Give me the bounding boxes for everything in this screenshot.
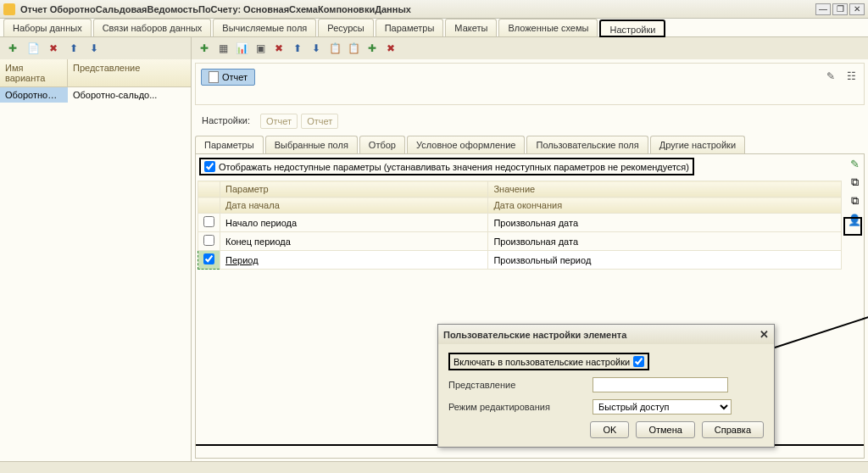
add2-icon[interactable]: ✚ — [364, 41, 380, 56]
tab-resources[interactable]: Ресурсы — [318, 19, 373, 36]
copy-icon[interactable]: 📄 — [25, 41, 41, 56]
table-row[interactable]: Конец периода Произвольная дата — [198, 232, 842, 251]
edit-mode-select[interactable]: Быстрый доступ — [593, 399, 732, 415]
variant-name-cell: ОборотноСальдов... — [0, 87, 68, 103]
report-structure-box: Отчет ✎ ☷ — [195, 63, 865, 105]
variant-row[interactable]: ОборотноСальдов... Оборотно-сальдо... — [0, 87, 191, 103]
add-icon[interactable]: ✚ — [5, 41, 20, 56]
variants-panel: Имя варианта Представление ОборотноСальд… — [0, 59, 192, 461]
add-table-icon[interactable]: ▦ — [215, 41, 231, 56]
col-check — [198, 181, 220, 198]
subhead-start: Дата начала — [220, 198, 488, 214]
show-hidden-label: Отображать недоступные параметры (устана… — [219, 162, 689, 172]
params-area: Отображать недоступные параметры (устана… — [195, 153, 865, 459]
edit-icon[interactable]: ✎ — [823, 69, 838, 84]
tab-layouts[interactable]: Макеты — [445, 19, 497, 36]
col-param: Параметр — [220, 181, 488, 198]
tab-nested[interactable]: Вложенные схемы — [498, 19, 598, 36]
subtab-params[interactable]: Параметры — [195, 136, 264, 153]
settings-label: Настройки: — [195, 112, 257, 129]
delete-icon[interactable]: ✖ — [46, 41, 61, 56]
tool-a-icon[interactable]: ⧉ — [847, 175, 862, 190]
restore-button[interactable]: ❐ — [832, 3, 848, 15]
row-checkbox[interactable] — [203, 253, 214, 264]
subtab-filter[interactable]: Отбор — [359, 136, 405, 153]
show-hidden-box[interactable]: Отображать недоступные параметры (устана… — [199, 158, 694, 175]
subtab-user-fields[interactable]: Пользовательские поля — [526, 136, 648, 153]
del2-icon[interactable]: ✖ — [383, 41, 398, 56]
row-checkbox[interactable] — [203, 216, 214, 227]
up-icon[interactable]: ⬆ — [66, 41, 81, 56]
down-icon[interactable]: ⬇ — [86, 41, 102, 56]
settings-panel: Отчет ✎ ☷ Настройки: Отчет Отчет Парамет… — [192, 59, 868, 461]
include-label: Включать в пользовательские настройки — [453, 357, 630, 367]
edit-param-icon[interactable]: ✎ — [847, 156, 862, 171]
tab-calc-fields[interactable]: Вычисляемые поля — [213, 19, 316, 36]
crumb-report-2[interactable]: Отчет — [301, 114, 338, 129]
ok-button[interactable]: OK — [590, 421, 629, 438]
param-name-cell: Период — [220, 251, 488, 270]
param-value-cell: Произвольная дата — [488, 232, 842, 251]
add-chart-icon[interactable]: 📊 — [234, 41, 249, 56]
titlebar: Отчет ОборотноСальдоваяВедомостьПоСчету:… — [0, 0, 868, 19]
dialog-close-icon[interactable]: ✕ — [760, 328, 769, 341]
report-chip[interactable]: Отчет — [201, 69, 255, 86]
user-settings-icon[interactable]: 👤 — [847, 212, 862, 227]
dialog-titlebar: Пользовательские настройки элемента ✕ — [438, 325, 774, 344]
add-group-icon[interactable]: ✚ — [197, 41, 212, 56]
include-checkbox[interactable] — [633, 356, 644, 367]
subhead-end: Дата окончания — [488, 198, 842, 214]
settings-toolbar: ✚ ▦ 📊 ▣ ✖ ⬆ ⬇ 📋 📋 ✚ ✖ — [192, 37, 868, 59]
app-icon — [3, 3, 15, 15]
add-nested-icon[interactable]: ▣ — [253, 41, 268, 56]
show-hidden-checkbox[interactable] — [204, 161, 215, 172]
repr-input[interactable] — [593, 377, 728, 392]
paste-tool-icon[interactable]: 📋 — [346, 41, 361, 56]
include-row[interactable]: Включать в пользовательские настройки — [448, 353, 649, 370]
side-tools: ✎ ⧉ ⧉ 👤 — [847, 156, 862, 227]
move-up-icon[interactable]: ⬆ — [290, 41, 305, 56]
param-name-cell: Конец периода — [220, 232, 488, 251]
crumb-report-1[interactable]: Отчет — [260, 114, 298, 129]
window-title: Отчет ОборотноСальдоваяВедомостьПоСчету:… — [20, 4, 814, 14]
tool-b-icon[interactable]: ⧉ — [847, 193, 862, 209]
table-row[interactable]: Начало периода Произвольная дата — [198, 214, 842, 232]
variant-repr-cell: Оборотно-сальдо... — [68, 87, 191, 103]
tab-data-links[interactable]: Связи наборов данных — [93, 19, 212, 36]
report-icon — [209, 71, 219, 83]
copy-tool-icon[interactable]: 📋 — [327, 41, 342, 56]
param-value-cell: Произвольная дата — [488, 214, 842, 232]
col-variant-repr: Представление — [68, 59, 145, 86]
report-chip-label: Отчет — [222, 72, 248, 82]
move-down-icon[interactable]: ⬇ — [309, 41, 324, 56]
row-checkbox[interactable] — [203, 235, 214, 246]
help-button[interactable]: Справка — [702, 421, 764, 438]
close-button[interactable]: ✕ — [849, 3, 865, 15]
sub-tab-bar: Параметры Выбранные поля Отбор Условное … — [195, 136, 865, 153]
tab-data-sets[interactable]: Наборы данных — [3, 19, 92, 36]
param-table: Параметр Значение Дата начала Дата оконч… — [198, 181, 842, 270]
variants-header: Имя варианта Представление — [0, 59, 191, 87]
main-tab-bar: Наборы данных Связи наборов данных Вычис… — [0, 19, 868, 37]
tab-parameters[interactable]: Параметры — [376, 19, 444, 36]
dialog-title: Пользовательские настройки элемента — [443, 330, 626, 340]
param-value-cell: Произвольный период — [488, 251, 842, 270]
edit-mode-label: Режим редактирования — [448, 402, 593, 412]
minimize-button[interactable]: — — [815, 3, 831, 15]
repr-label: Представление — [448, 380, 593, 390]
table-row[interactable]: Период Произвольный период — [198, 251, 842, 270]
remove-icon[interactable]: ✖ — [271, 41, 287, 56]
subtab-appearance[interactable]: Условное оформление — [407, 136, 525, 153]
col-value: Значение — [488, 181, 842, 198]
tab-settings[interactable]: Настройки — [599, 19, 665, 37]
toolbar-row: ✚ 📄 ✖ ⬆ ⬇ ✚ ▦ 📊 ▣ ✖ ⬆ ⬇ 📋 📋 ✚ ✖ — [0, 37, 868, 59]
subtab-fields[interactable]: Выбранные поля — [265, 136, 358, 153]
cancel-button[interactable]: Отмена — [636, 421, 694, 438]
content-area: Имя варианта Представление ОборотноСальд… — [0, 59, 868, 461]
props-icon[interactable]: ☷ — [843, 69, 859, 84]
status-bar — [0, 461, 868, 473]
param-name-cell: Начало периода — [220, 214, 488, 232]
variants-toolbar: ✚ 📄 ✖ ⬆ ⬇ — [0, 37, 192, 59]
col-variant-name: Имя варианта — [0, 59, 68, 86]
subtab-other[interactable]: Другие настройки — [650, 136, 745, 153]
